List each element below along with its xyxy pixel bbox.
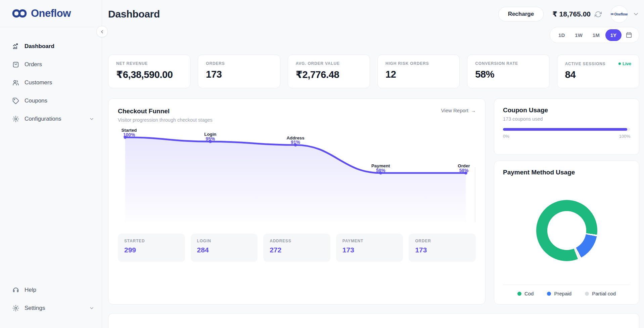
payment-method-usage-card: Payment Method Usage Cod Prepaid <box>494 161 639 304</box>
coupon-usage-card: Coupon Usage 173 coupons used 0% 100% <box>494 98 639 155</box>
sidebar-item-customers[interactable]: Customers <box>12 74 94 92</box>
legend-item-prepaid: Prepaid <box>547 291 571 296</box>
stat-value: 173 <box>206 69 272 80</box>
checkout-funnel-card: Checkout Funnel Visitor progression thro… <box>108 98 486 304</box>
legend-label: Partial cod <box>592 291 616 296</box>
view-report-label: View Report <box>441 108 468 113</box>
content-grid: Checkout Funnel Visitor progression thro… <box>108 98 639 304</box>
stage-box-started: STARTED 299 <box>118 234 185 262</box>
stage-label: ORDER <box>415 239 469 243</box>
stage-value: 272 <box>270 246 324 254</box>
stat-value: 12 <box>385 69 452 80</box>
sidebar-item-orders[interactable]: Orders <box>12 55 94 74</box>
sidebar-item-settings[interactable]: Settings <box>12 299 94 317</box>
payment-methods-title: Payment Method Usage <box>503 169 630 176</box>
page-title: Dashboard <box>108 8 160 20</box>
stat-card-net-revenue: NET REVENUE ₹6,38,590.00 <box>108 54 190 88</box>
chevron-down-icon[interactable] <box>633 11 639 17</box>
stage-value: 299 <box>124 246 179 254</box>
sidebar-item-label: Help <box>25 287 36 293</box>
oneflow-logo-icon <box>12 8 27 18</box>
stat-value: ₹6,38,590.00 <box>116 69 182 80</box>
sidebar-item-label: Settings <box>25 305 45 312</box>
legend-dot-icon <box>517 292 521 296</box>
stat-card-conversion-rate: CONVERSION RATE 58% <box>467 54 549 88</box>
sidebar-item-dashboard[interactable]: Dashboard <box>12 37 94 55</box>
stat-value: 58% <box>475 69 541 80</box>
svg-text:95%: 95% <box>206 136 215 141</box>
right-column: Coupon Usage 173 coupons used 0% 100% Pa… <box>494 98 639 304</box>
time-option-1w[interactable]: 1W <box>570 30 587 41</box>
sidebar-item-help[interactable]: Help <box>12 281 94 299</box>
svg-text:58%: 58% <box>376 168 385 173</box>
progress-max-label: 100% <box>619 134 630 139</box>
sidebar-item-coupons[interactable]: Coupons <box>12 92 94 110</box>
sidebar-item-label: Coupons <box>25 97 47 104</box>
stat-label: ORDERS <box>206 61 225 66</box>
sidebar-item-label: Configurations <box>25 116 61 122</box>
stat-card-orders: ORDERS 173 <box>198 54 280 88</box>
stat-label: CONVERSION RATE <box>475 61 518 66</box>
gear-icon <box>12 115 19 123</box>
funnel-subtitle: Visitor progression through checkout sta… <box>118 117 213 123</box>
stage-label: ADDRESS <box>270 239 324 243</box>
main-content: Dashboard Recharge ₹ 18,765.00 Oneflow <box>102 0 644 328</box>
stage-value: 173 <box>415 246 469 254</box>
sidebar-item-label: Dashboard <box>25 43 54 50</box>
time-option-1y[interactable]: 1Y <box>605 29 622 41</box>
gear-icon <box>12 304 19 312</box>
stat-label: NET REVENUE <box>116 61 148 66</box>
donut-chart-area <box>503 176 630 285</box>
stage-label: STARTED <box>124 239 179 243</box>
legend-label: Cod <box>524 291 534 296</box>
stat-value: 84 <box>565 69 631 80</box>
next-section-card-partial <box>108 313 639 328</box>
chevron-down-icon <box>89 305 94 311</box>
coupon-progress-fill <box>503 128 627 131</box>
topbar: Dashboard Recharge ₹ 18,765.00 Oneflow <box>108 0 639 23</box>
calendar-icon[interactable] <box>623 30 635 40</box>
time-option-1d[interactable]: 1D <box>554 30 569 41</box>
time-option-1m[interactable]: 1M <box>588 30 604 41</box>
stat-label: HIGH RISK ORDERS <box>385 61 429 66</box>
funnel-title: Checkout Funnel <box>118 108 213 115</box>
funnel-chart: Started 100% Login 95% Address 91% Payme… <box>118 127 476 227</box>
stats-row: NET REVENUE ₹6,38,590.00 ORDERS 173 AVG.… <box>108 54 639 88</box>
time-range-row: 1D 1W 1M 1Y <box>108 27 639 43</box>
stage-label: PAYMENT <box>342 239 397 243</box>
coupon-progress-bar <box>503 128 630 131</box>
coupon-title: Coupon Usage <box>503 107 630 114</box>
stage-value: 173 <box>342 246 397 254</box>
progress-min-label: 0% <box>503 134 509 139</box>
recharge-button[interactable]: Recharge <box>498 7 544 22</box>
sidebar-item-label: Orders <box>25 61 42 68</box>
sidebar-item-configurations[interactable]: Configurations <box>12 110 94 128</box>
refresh-icon[interactable] <box>595 11 602 18</box>
sidebar-collapse-button[interactable] <box>96 26 108 37</box>
svg-text:58%: 58% <box>459 168 469 173</box>
sidebar: Oneflow Dashboard Orders <box>0 0 102 328</box>
avatar[interactable]: Oneflow <box>610 5 628 23</box>
stage-box-order: ORDER 173 <box>409 234 476 262</box>
avatar-brand-label: Oneflow <box>614 12 628 16</box>
coupon-subtitle: 173 coupons used <box>503 116 630 122</box>
headset-icon <box>12 286 19 294</box>
legend-item-cod: Cod <box>517 291 534 296</box>
donut-chart <box>536 200 597 261</box>
live-badge-label: Live <box>623 61 631 66</box>
stat-card-avg-order-value: AVG. ORDER VALUE ₹2,776.48 <box>288 54 370 88</box>
chevron-down-icon <box>89 116 94 122</box>
funnel-stage-boxes: STARTED 299 LOGIN 284 ADDRESS 272 PAYMEN… <box>118 234 476 262</box>
view-report-link[interactable]: View Report → <box>441 108 476 113</box>
brand-name: Oneflow <box>31 7 71 19</box>
sidebar-footer: Help Settings <box>0 281 102 328</box>
legend-item-partial-cod: Partial cod <box>585 291 616 296</box>
live-badge: Live <box>618 61 631 66</box>
time-range-selector: 1D 1W 1M 1Y <box>550 27 639 43</box>
stat-label: AVG. ORDER VALUE <box>296 61 340 66</box>
stage-value: 284 <box>197 246 251 254</box>
legend-label: Prepaid <box>554 291 571 296</box>
donut-hole <box>547 211 586 250</box>
stat-card-active-sessions: ACTIVE SESSIONS Live 84 <box>557 54 639 88</box>
brand-logo[interactable]: Oneflow <box>0 0 102 27</box>
